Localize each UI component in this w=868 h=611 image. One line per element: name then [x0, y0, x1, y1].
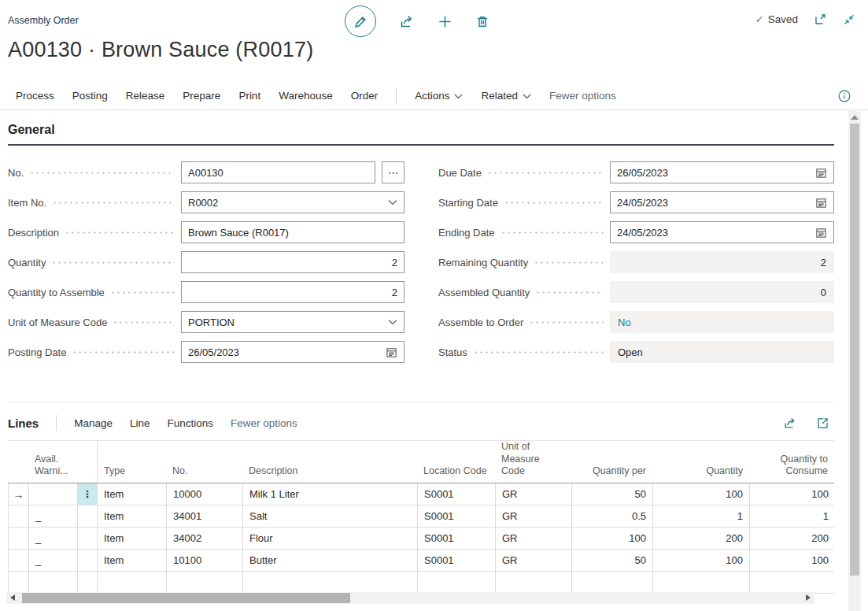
- cell-row-selector[interactable]: [9, 550, 29, 571]
- cell-quantity[interactable]: 100: [653, 483, 750, 505]
- cell-unit-of-measure-code[interactable]: GR: [496, 528, 572, 549]
- fewer-options-button[interactable]: Fewer options: [549, 90, 616, 102]
- cell-type[interactable]: [98, 572, 167, 593]
- cell-row-menu[interactable]: [78, 528, 98, 549]
- vertical-scrollbar-thumb[interactable]: [850, 124, 859, 576]
- cell-quantity-per[interactable]: 100: [572, 528, 653, 549]
- lines-menu-line[interactable]: Line: [130, 417, 150, 429]
- menu-item-warehouse[interactable]: Warehouse: [279, 90, 333, 102]
- cell-quantity-per[interactable]: [572, 572, 653, 593]
- cell-location-code[interactable]: [418, 572, 496, 593]
- quantity-input[interactable]: 2: [181, 251, 404, 273]
- cell-unit-of-measure-code[interactable]: GR: [496, 483, 572, 505]
- cell-no[interactable]: 10000: [167, 483, 243, 505]
- cell-type[interactable]: Item: [98, 550, 167, 571]
- no-input[interactable]: A00130: [181, 161, 375, 183]
- cell-row-menu[interactable]: [78, 550, 98, 571]
- delete-button[interactable]: [475, 14, 489, 29]
- cell-quantity-per[interactable]: 50: [572, 483, 653, 505]
- calendar-icon[interactable]: [815, 167, 827, 179]
- menu-item-print[interactable]: Print: [238, 90, 260, 102]
- lines-menu-manage[interactable]: Manage: [74, 417, 113, 429]
- header-quantity-per[interactable]: Quantity per: [571, 441, 652, 483]
- cell-unit-of-measure-code[interactable]: GR: [496, 505, 572, 527]
- share-button[interactable]: [399, 13, 415, 29]
- due-date-input[interactable]: 26/05/2023: [610, 161, 834, 183]
- header-no[interactable]: No.: [166, 441, 242, 483]
- cell-quantity-to-consume[interactable]: 200: [750, 528, 835, 549]
- cell-location-code[interactable]: S0001: [418, 483, 496, 505]
- posting-date-input[interactable]: 26/05/2023: [181, 341, 404, 363]
- header-avail-warning[interactable]: Avail. Warni...: [28, 441, 77, 483]
- cell-description[interactable]: Butter: [243, 550, 418, 571]
- scroll-right-arrow-icon[interactable]: [806, 594, 811, 601]
- related-dropdown[interactable]: Related: [481, 90, 531, 102]
- cell-quantity-to-consume[interactable]: 100: [750, 483, 835, 505]
- cell-no[interactable]: 10100: [167, 550, 243, 571]
- cell-quantity-to-consume[interactable]: 100: [750, 550, 835, 571]
- horizontal-scrollbar[interactable]: [6, 592, 814, 604]
- header-type[interactable]: Type: [97, 441, 166, 483]
- lines-heading[interactable]: Lines: [8, 417, 39, 430]
- starting-date-input[interactable]: 24/05/2023: [610, 191, 834, 213]
- cell-row-selector[interactable]: [9, 505, 29, 527]
- cell-quantity[interactable]: 1: [653, 505, 750, 527]
- scroll-up-arrow-icon[interactable]: [851, 115, 859, 120]
- info-button[interactable]: [837, 89, 851, 103]
- cell-no[interactable]: 34002: [167, 528, 243, 549]
- header-unit-of-measure-code[interactable]: Unit of Measure Code: [495, 441, 571, 483]
- assemble-to-order-link[interactable]: No: [618, 317, 631, 328]
- row-menu-icon[interactable]: ⋮: [78, 483, 98, 505]
- menu-item-prepare[interactable]: Prepare: [183, 90, 220, 102]
- cell-avail-warning[interactable]: [29, 572, 78, 593]
- calendar-icon[interactable]: [815, 227, 827, 239]
- cell-description[interactable]: Salt: [243, 505, 418, 527]
- cell-row-selector[interactable]: [9, 528, 29, 549]
- cell-no[interactable]: 34001: [167, 505, 243, 527]
- cell-quantity[interactable]: 100: [653, 550, 750, 571]
- cell-no[interactable]: [167, 572, 243, 593]
- cell-description[interactable]: Milk 1 Liter: [243, 483, 418, 505]
- general-section-heading[interactable]: General: [8, 123, 834, 146]
- cell-unit-of-measure-code[interactable]: GR: [496, 550, 572, 571]
- cell-avail-warning[interactable]: _: [29, 550, 78, 571]
- cell-type[interactable]: Item: [98, 483, 167, 505]
- menu-item-posting[interactable]: Posting: [72, 90, 108, 102]
- actions-dropdown[interactable]: Actions: [415, 90, 463, 102]
- cell-unit-of-measure-code[interactable]: [496, 572, 572, 593]
- scroll-left-arrow-icon[interactable]: [10, 594, 15, 601]
- new-button[interactable]: [438, 14, 452, 29]
- ending-date-input[interactable]: 24/05/2023: [610, 221, 834, 243]
- description-input[interactable]: Brown Sauce (R0017): [181, 221, 404, 243]
- cell-row-selector[interactable]: [9, 572, 29, 593]
- item-no-combobox[interactable]: R0002: [181, 191, 404, 213]
- calendar-icon[interactable]: [386, 346, 397, 358]
- chevron-down-icon[interactable]: [388, 199, 397, 206]
- cell-location-code[interactable]: S0001: [418, 505, 496, 527]
- cell-description[interactable]: Flour: [243, 528, 418, 549]
- cell-quantity-per[interactable]: 50: [572, 550, 653, 571]
- cell-avail-warning[interactable]: _: [29, 528, 78, 549]
- cell-avail-warning[interactable]: _: [29, 505, 78, 527]
- focus-mode-button[interactable]: [816, 416, 829, 430]
- lines-menu-functions[interactable]: Functions: [168, 417, 214, 429]
- cell-row-menu[interactable]: [78, 572, 98, 593]
- menu-item-process[interactable]: Process: [16, 90, 54, 102]
- cell-type[interactable]: Item: [98, 528, 167, 549]
- cell-location-code[interactable]: S0001: [418, 550, 496, 571]
- menu-item-release[interactable]: Release: [126, 90, 165, 102]
- cell-avail-warning[interactable]: [29, 483, 78, 505]
- cell-description[interactable]: [243, 572, 418, 593]
- cell-row-menu[interactable]: [78, 505, 98, 527]
- lines-share-button[interactable]: [783, 416, 797, 430]
- cell-location-code[interactable]: S0001: [418, 528, 496, 549]
- menu-item-order[interactable]: Order: [351, 90, 379, 102]
- open-in-new-window-button[interactable]: [814, 13, 827, 26]
- vertical-scrollbar[interactable]: [848, 111, 861, 611]
- no-assist-button[interactable]: ⋯: [382, 161, 404, 183]
- cell-quantity-per[interactable]: 0.5: [572, 505, 653, 527]
- cell-type[interactable]: Item: [98, 505, 167, 527]
- cell-quantity-to-consume[interactable]: 1: [750, 505, 835, 527]
- cell-quantity-to-consume[interactable]: [750, 572, 835, 593]
- cell-quantity[interactable]: 200: [653, 528, 750, 549]
